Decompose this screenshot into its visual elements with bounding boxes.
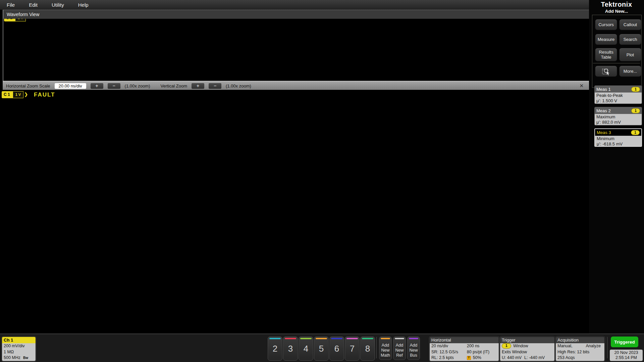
horizontal-zoom-scale-label: Horizontal Zoom Scale xyxy=(6,83,50,88)
time-label: 2:55:14 PM xyxy=(611,355,642,360)
channel-1-panel-header: Ch 1 xyxy=(2,337,36,343)
add-new-math-button[interactable]: AddNewMath xyxy=(379,337,392,360)
main-waveform-plot[interactable]: C 1 1 V ❯ FAULT xyxy=(0,90,589,334)
measurement-card-1[interactable]: Meas 11Peak-to-Peakμ': 1.500 V xyxy=(594,85,642,104)
horizontal-panel-row: SR: 12.5 GS/s80 ps/pt (IT) xyxy=(431,349,497,355)
datetime-badge: 20 Nov 2023 2:55:14 PM xyxy=(610,350,643,361)
menu-item-utility[interactable]: Utility xyxy=(52,2,64,8)
add-new-title: Add New... xyxy=(589,9,644,14)
menu-bar: FileEditUtilityHelp xyxy=(0,0,589,10)
trigger-panel-body: 1WindowExits WindowU: 440 mVL: -440 mV xyxy=(500,343,554,361)
vertical-zoom-out-button[interactable]: − xyxy=(209,83,221,89)
horizontal-panel-row: 20 ns/div200 ns xyxy=(431,343,497,349)
channel-badge-arrow-icon: ❯ xyxy=(23,91,28,98)
bottom-bar-divider xyxy=(376,337,377,358)
main-waveform-svg[interactable] xyxy=(0,90,589,334)
more-button[interactable]: More... xyxy=(619,66,641,77)
trigger-status-badge: Triggered xyxy=(611,337,638,347)
channel-color-stripe xyxy=(362,338,373,339)
measurement-name: Meas 3 xyxy=(597,130,611,135)
horizontal-zoom-scale-input[interactable]: 20.00 ns/div xyxy=(55,83,86,89)
trigger-panel-header: Trigger xyxy=(500,337,554,343)
channel-button-2[interactable]: 2 xyxy=(268,337,282,361)
measurement-value: μ': 1.500 V xyxy=(596,98,640,104)
overview-waveform-svg[interactable] xyxy=(3,19,589,81)
trigger-source-badge: 1 xyxy=(502,343,511,349)
channel-badge-scale: 1 V xyxy=(13,91,24,98)
waveform-view-title: Waveform View xyxy=(7,12,39,17)
vertical-zoom-factor: (1.00x zoom) xyxy=(226,83,251,88)
measurement-source-badge: 1 xyxy=(631,130,640,135)
measurement-body: Peak-to-Peakμ': 1.500 V xyxy=(595,93,642,104)
channel-1-panel-body: 200 mV/div1 MΩ500 MHzBw xyxy=(2,343,36,361)
measurement-source-badge: 1 xyxy=(631,108,640,113)
channel-1-panel[interactable]: Ch 1200 mV/div1 MΩ500 MHzBw xyxy=(2,337,36,361)
measurement-header: Meas 21 xyxy=(595,107,642,114)
overview-badge-scale: 1 V xyxy=(15,19,26,21)
add-new-results-table-button[interactable]: Results Table xyxy=(595,48,617,61)
horizontal-zoom-out-button[interactable]: − xyxy=(108,83,120,89)
channel-button-6[interactable]: 6 xyxy=(329,337,344,361)
measurement-name: Meas 2 xyxy=(596,108,611,113)
add-color-stripe xyxy=(395,338,404,339)
channel-badge-name: C 1 xyxy=(2,91,13,98)
add-new-measure-button[interactable]: Measure xyxy=(595,34,617,45)
horizontal-panel-body: 20 ns/div200 nsSR: 12.5 GS/s80 ps/pt (IT… xyxy=(430,343,499,361)
menu-item-edit[interactable]: Edit xyxy=(29,2,38,8)
measurement-value: μ': 882.0 mV xyxy=(596,120,640,125)
channel-button-4[interactable]: 4 xyxy=(299,337,313,361)
close-zoom-bar-icon[interactable]: ✕ xyxy=(579,83,586,89)
measurement-type: Minimum xyxy=(597,136,640,141)
acquisition-panel-body: Manual,AnalyzeHigh Res: 12 bits253 Acqs xyxy=(556,343,604,361)
channel-button-5[interactable]: 5 xyxy=(314,337,329,361)
add-new-bus-button[interactable]: AddNewBus xyxy=(407,337,420,360)
bottom-bar-divider xyxy=(607,337,607,358)
add-new-plot-button[interactable]: Plot xyxy=(619,48,641,61)
measurement-value: μ': -618.5 mV xyxy=(597,141,640,147)
fault-annotation: FAULT xyxy=(34,92,55,98)
measurement-card-2[interactable]: Meas 21Maximumμ': 882.0 mV xyxy=(594,107,642,125)
menu-item-help[interactable]: Help xyxy=(78,2,89,8)
channel-badge[interactable]: C 1 1 V ❯ xyxy=(2,91,28,98)
menu-item-file[interactable]: File xyxy=(7,2,15,8)
oscilloscope-app: FileEditUtilityHelp Waveform View C 1 1 … xyxy=(0,0,644,362)
waveform-view-tab[interactable]: Waveform View xyxy=(3,10,589,19)
add-new-ref-button[interactable]: AddNewRef xyxy=(393,337,406,360)
channel-color-stripe xyxy=(331,338,342,339)
acquisition-panel[interactable]: AcquisitionManual,AnalyzeHigh Res: 12 bi… xyxy=(555,337,605,361)
channel-color-stripe xyxy=(300,338,312,339)
channel-color-stripe xyxy=(269,338,281,339)
zoom-select-icon xyxy=(602,67,610,75)
measurement-type: Maximum xyxy=(596,114,640,120)
horizontal-zoom-in-button[interactable]: + xyxy=(91,83,103,89)
trigger-panel[interactable]: Trigger1WindowExits WindowU: 440 mVL: -4… xyxy=(500,337,555,361)
sidebar-divider xyxy=(593,63,640,63)
measurement-type: Peak-to-Peak xyxy=(596,93,640,98)
overview-plot[interactable]: C 1 1 V xyxy=(3,19,589,81)
overview-badge-name: C 1 xyxy=(4,19,15,21)
horizontal-panel[interactable]: Horizontal20 ns/div200 nsSR: 12.5 GS/s80… xyxy=(429,337,499,361)
acquisition-panel-header: Acquisition xyxy=(556,337,604,343)
channel-1-panel-row: 200 mV/div xyxy=(4,343,34,349)
zoom-controls-bar: Horizontal Zoom Scale 20.00 ns/div + − (… xyxy=(3,81,589,90)
measurement-name: Meas 1 xyxy=(596,87,611,92)
add-new-cursors-button[interactable]: Cursors xyxy=(595,19,617,30)
channel-button-8[interactable]: 8 xyxy=(360,337,375,361)
measurement-body: Minimumμ': -618.5 mV xyxy=(595,136,641,147)
overview-channel-badge: C 1 1 V xyxy=(4,19,41,22)
add-new-callout-button[interactable]: Callout xyxy=(619,19,641,30)
channel-button-7[interactable]: 7 xyxy=(345,337,360,361)
vertical-zoom-in-button[interactable]: + xyxy=(192,83,204,89)
horizontal-panel-header: Horizontal xyxy=(430,337,499,343)
measurement-card-3[interactable]: Meas 31Minimumμ': -618.5 mV xyxy=(594,128,642,147)
bandwidth-limit-icon: Bw xyxy=(23,355,28,361)
add-color-stripe xyxy=(381,338,390,339)
add-new-search-button[interactable]: Search xyxy=(619,34,641,45)
channel-1-panel-row: 1 MΩ xyxy=(4,349,34,355)
trigger-position-icon: T xyxy=(467,356,471,360)
channel-button-3[interactable]: 3 xyxy=(283,337,298,361)
horizontal-zoom-factor: (1.00x zoom) xyxy=(125,83,150,88)
vertical-zoom-label: Vertical Zoom xyxy=(160,83,187,88)
add-color-stripe xyxy=(409,338,418,339)
zoom-select-button[interactable] xyxy=(595,66,617,77)
